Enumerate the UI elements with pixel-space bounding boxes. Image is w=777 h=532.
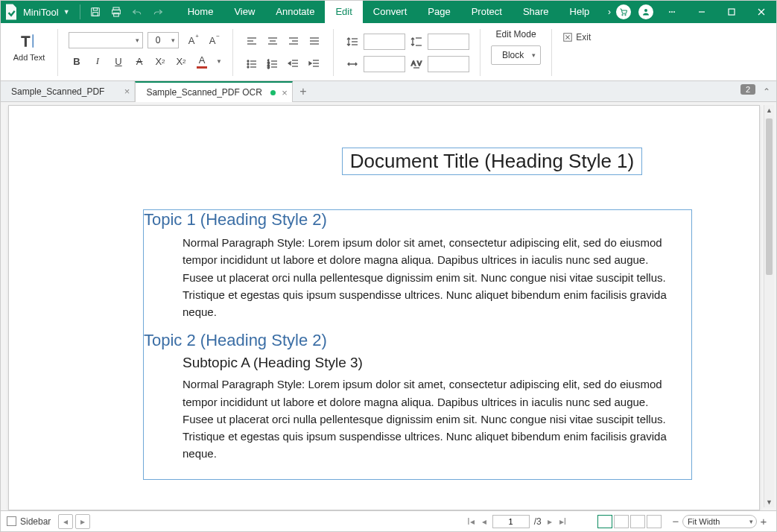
menu-help[interactable]: Help (559, 1, 600, 23)
facing-view-icon[interactable] (614, 515, 629, 528)
continuous-view-icon[interactable] (630, 515, 645, 528)
font-size-dropdown[interactable]: 0 (148, 32, 179, 48)
print-icon[interactable] (106, 1, 127, 23)
svg-point-8 (644, 9, 647, 12)
edit-mode-dropdown[interactable]: Block (491, 45, 541, 65)
menu-annotate[interactable]: Annotate (265, 1, 325, 23)
add-text-button[interactable]: T Add Text (11, 28, 47, 62)
bullet-list-icon[interactable] (244, 56, 260, 72)
collapse-ribbon-icon[interactable]: ⌃ (763, 86, 770, 97)
svg-text:A: A (411, 60, 416, 67)
zoom-dropdown[interactable]: Fit Width (682, 515, 757, 528)
increase-font-icon[interactable]: A (183, 32, 200, 48)
page-navigation: I◂ ◂ /3 ▸ ▸I (466, 515, 568, 528)
line-spacing-input[interactable] (364, 34, 405, 50)
view-back-button[interactable]: ◂ (58, 514, 73, 529)
menu-page[interactable]: Page (417, 1, 460, 23)
increase-indent-icon[interactable] (306, 56, 323, 72)
new-tab-button[interactable]: + (293, 81, 314, 101)
undo-icon[interactable] (127, 1, 148, 23)
maximize-button[interactable] (717, 1, 746, 23)
view-forward-button[interactable]: ▸ (75, 514, 90, 529)
strikethrough-button[interactable]: A (131, 53, 148, 69)
app-menu-dropdown-icon[interactable]: ▼ (62, 8, 75, 16)
svg-point-30 (247, 60, 249, 62)
align-center-icon[interactable] (264, 34, 281, 50)
user-icon[interactable] (638, 4, 653, 19)
svg-rect-1 (93, 8, 97, 10)
save-icon[interactable] (85, 1, 106, 23)
menu-convert[interactable]: Convert (363, 1, 418, 23)
edit-mode-label: Edit Mode (496, 29, 536, 39)
zoom-out-button[interactable]: − (669, 515, 682, 528)
close-button[interactable] (746, 1, 776, 23)
single-page-view-icon[interactable] (597, 515, 612, 528)
italic-button[interactable]: I (89, 53, 106, 69)
heading-topic2[interactable]: Topic 2 (Heading Style 2) (144, 331, 682, 350)
numbered-list-icon[interactable]: 123 (264, 56, 281, 72)
status-bar: Sidebar ◂ ▸ I◂ ◂ /3 ▸ ▸I − Fit Width + (1, 510, 776, 531)
char-spacing-input[interactable] (428, 56, 469, 72)
paragraph[interactable]: Normal Paragraph Style: Lorem ipsum dolo… (183, 376, 682, 462)
feedback-icon[interactable] (657, 1, 687, 23)
decrease-font-icon[interactable]: A (204, 32, 221, 48)
paragraph[interactable]: Normal Paragraph Style: Lorem ipsum dolo… (183, 234, 682, 320)
bold-button[interactable]: B (69, 53, 85, 69)
zoom-in-button[interactable]: + (757, 515, 770, 528)
menu-protect[interactable]: Protect (461, 1, 513, 23)
font-color-dropdown-icon[interactable]: ▼ (216, 58, 222, 65)
menu-home[interactable]: Home (177, 1, 224, 23)
tab-close-icon[interactable]: × (124, 86, 130, 97)
font-family-dropdown[interactable] (69, 32, 143, 48)
svg-rect-5 (113, 13, 118, 16)
svg-point-6 (622, 14, 624, 16)
svg-point-34 (247, 66, 249, 68)
tab-close-icon[interactable]: × (282, 87, 288, 98)
underline-button[interactable]: U (110, 53, 127, 69)
svg-point-9 (669, 11, 670, 13)
redo-icon[interactable] (148, 1, 168, 23)
page-canvas[interactable]: Document Title (Heading Style 1) Topic 1… (8, 105, 760, 510)
scroll-thumb[interactable] (766, 118, 773, 275)
document-tab-active[interactable]: Sample_Scanned_PDF OCR × (135, 81, 292, 102)
canvas-area: Document Title (Heading Style 1) Topic 1… (1, 102, 776, 510)
menu-view[interactable]: View (223, 1, 265, 23)
heading-subtopic-a[interactable]: Subtopic A (Heading Style 3) (183, 355, 682, 371)
superscript-button[interactable]: X2 (152, 53, 168, 69)
line-spacing-icon (344, 34, 361, 50)
exit-button[interactable]: Exit (562, 28, 591, 42)
continuous-facing-view-icon[interactable] (647, 515, 662, 528)
horizontal-scale-input[interactable] (364, 56, 405, 72)
app-name: MiniTool (22, 7, 62, 18)
cart-icon[interactable] (616, 4, 631, 19)
text-edit-box[interactable]: Topic 1 (Heading Style 2) Normal Paragra… (143, 209, 692, 480)
char-spacing-icon: AV (408, 56, 425, 72)
prev-page-icon[interactable]: ◂ (481, 516, 488, 527)
heading-topic1[interactable]: Topic 1 (Heading Style 2) (144, 210, 682, 229)
menu-edit[interactable]: Edit (325, 1, 362, 23)
subscript-button[interactable]: X2 (173, 53, 189, 69)
modified-indicator-icon (270, 90, 276, 95)
decrease-indent-icon[interactable] (285, 56, 302, 72)
font-color-button[interactable]: A (194, 53, 210, 69)
current-page-input[interactable] (492, 515, 530, 528)
nav-right-icon[interactable]: › (608, 7, 611, 17)
next-page-icon[interactable]: ▸ (546, 516, 554, 527)
title-bar: MiniTool ▼ Home View Annotate Edit Conve… (1, 1, 776, 23)
svg-rect-13 (729, 9, 735, 15)
align-right-icon[interactable] (285, 34, 302, 50)
paragraph-spacing-input[interactable] (428, 34, 469, 50)
menu-share[interactable]: Share (513, 1, 559, 23)
document-title[interactable]: Document Title (Heading Style 1) (342, 148, 643, 175)
scroll-up-icon[interactable]: ▲ (764, 105, 774, 115)
sidebar-checkbox[interactable] (7, 516, 16, 526)
vertical-scrollbar[interactable]: ▲ ▼ (764, 105, 774, 507)
align-justify-icon[interactable] (306, 34, 323, 50)
align-left-icon[interactable] (244, 34, 260, 50)
minimize-button[interactable] (687, 1, 717, 23)
last-page-icon[interactable]: ▸I (558, 516, 568, 527)
first-page-icon[interactable]: I◂ (466, 516, 475, 527)
document-tab[interactable]: Sample_Scanned_PDF × (1, 81, 135, 101)
scroll-down-icon[interactable]: ▼ (764, 497, 774, 507)
exit-icon (562, 32, 573, 42)
